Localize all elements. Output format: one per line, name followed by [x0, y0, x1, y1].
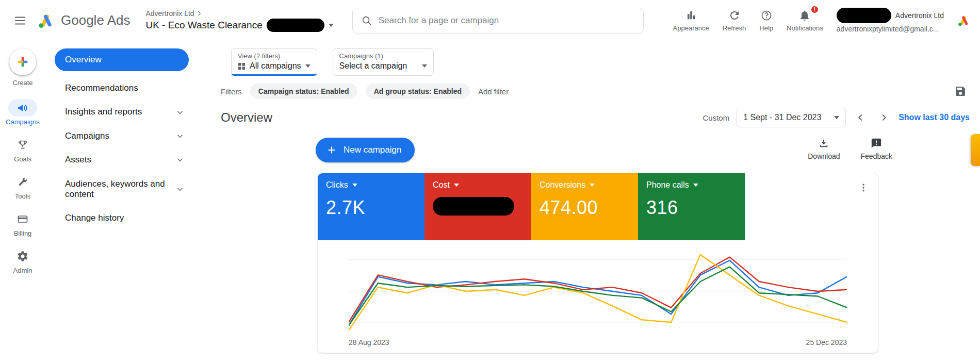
rail-admin-label: Admin [13, 267, 32, 274]
filter-chip-row: Filters Campaign status: Enabled Ad grou… [221, 82, 980, 101]
x-axis-start-label: 28 Aug 2023 [349, 338, 389, 346]
x-axis-labels: 28 Aug 2023 25 Dec 2023 [349, 335, 847, 353]
chevron-down-icon [422, 64, 427, 68]
chevron-right-icon [878, 112, 889, 123]
search-input[interactable] [379, 15, 635, 26]
scorecard-phone-calls[interactable]: Phone calls 316 [638, 173, 745, 240]
scorecard-cost[interactable]: Cost [424, 173, 531, 240]
scorecard-conversions-label: Conversions [540, 180, 585, 190]
kebab-menu-icon [858, 183, 869, 193]
scorecard-clicks-value: 2.7K [326, 197, 416, 219]
account-breadcrumb[interactable]: Advertronix Ltd UK - Eco Waste Clearance [145, 9, 333, 32]
page-title: Overview [221, 110, 272, 125]
wrench-icon [8, 173, 37, 191]
breadcrumb-account-name: Advertronix Ltd [145, 9, 194, 18]
chevron-down-icon [329, 24, 334, 27]
subnav-item-campaigns[interactable]: Campaigns [55, 124, 189, 148]
save-button[interactable] [951, 82, 970, 101]
create-label: Create [12, 79, 32, 87]
appearance-icon [685, 9, 697, 22]
subnav-audiences-label: Audiences, keywords and content [65, 179, 175, 200]
card-menu-button[interactable] [855, 179, 872, 196]
chevron-down-icon [834, 116, 839, 119]
subnav-item-overview[interactable]: Overview [55, 48, 189, 71]
filter-chip-ad-group-status[interactable]: Ad group status: Enabled [366, 84, 470, 99]
main-content: View (2 filters) All campaigns Campaigns… [198, 41, 980, 364]
refresh-label: Refresh [723, 24, 746, 32]
view-filter-label: View (2 filters) [238, 52, 311, 60]
chevron-down-icon [693, 184, 698, 187]
download-icon [818, 138, 829, 149]
date-range-controls: Custom 1 Sept - 31 Dec 2023 Show last 30… [703, 108, 970, 127]
new-campaign-button[interactable]: New campaign [316, 138, 415, 162]
feedback-button[interactable]: Feedback [861, 138, 892, 160]
subnav-item-recommendations[interactable]: Recommendations [55, 76, 189, 100]
scorecard-conversions[interactable]: Conversions 474.00 [531, 173, 638, 240]
campaign-select-value: Select a campaign [339, 61, 407, 71]
account-name: Advertronix Ltd [895, 11, 944, 20]
add-filter-button[interactable]: Add filter [478, 87, 509, 96]
subnav-insights-label: Insights and reports [65, 107, 142, 117]
bell-icon [798, 9, 811, 22]
campaign-select-dropdown[interactable]: Campaigns (1) Select a campaign [333, 48, 434, 76]
create-button[interactable]: Create [9, 48, 36, 87]
rail-item-campaigns[interactable]: Campaigns [6, 99, 40, 126]
filter-chip-campaign-status[interactable]: Campaign status: Enabled [250, 84, 357, 99]
menu-button[interactable] [10, 11, 30, 30]
save-icon [954, 85, 967, 97]
credit-card-icon [8, 210, 37, 228]
date-range-value: 1 Sept - 31 Dec 2023 [743, 113, 821, 122]
appearance-button[interactable]: Appearance [673, 9, 709, 32]
topbar-actions: Appearance Refresh Help ! Notifications … [673, 8, 971, 33]
help-button[interactable]: Help [759, 9, 773, 32]
redacted-account-avatar [837, 8, 891, 23]
rail-tools-label: Tools [15, 192, 30, 200]
breadcrumb-campaign-name: UK - Eco Waste Clearance [145, 20, 262, 31]
feedback-icon [871, 138, 882, 149]
performance-chart[interactable]: 28 Aug 2023 25 Dec 2023 [318, 240, 878, 353]
subnav-item-audiences-keywords-content[interactable]: Audiences, keywords and content [55, 172, 189, 207]
next-period-button[interactable] [876, 110, 891, 125]
appearance-label: Appearance [673, 24, 709, 32]
chevron-left-icon [855, 112, 867, 123]
rail-item-billing[interactable]: Billing [8, 210, 37, 237]
feedback-label: Feedback [861, 152, 892, 160]
chevron-down-icon [175, 108, 185, 117]
notifications-button[interactable]: ! Notifications [787, 9, 823, 32]
search-bar[interactable] [352, 8, 644, 34]
rail-campaigns-label: Campaigns [6, 118, 40, 126]
grid-icon [238, 62, 246, 70]
show-last-30-days-link[interactable]: Show last 30 days [899, 113, 970, 122]
scorecard-clicks[interactable]: Clicks 2.7K [318, 173, 424, 240]
date-range-dropdown[interactable]: 1 Sept - 31 Dec 2023 [737, 108, 846, 127]
subnav-item-assets[interactable]: Assets [55, 148, 189, 172]
page-header: Overview Custom 1 Sept - 31 Dec 2023 Sho… [221, 108, 980, 127]
help-label: Help [759, 24, 773, 32]
redacted-cost-value [433, 197, 514, 216]
subnav-item-insights-and-reports[interactable]: Insights and reports [55, 100, 189, 124]
scorecard-clicks-label: Clicks [326, 180, 348, 190]
download-button[interactable]: Download [808, 138, 840, 160]
overview-chart-card: Clicks 2.7K Cost Conversions [317, 173, 878, 353]
rail-item-admin[interactable]: Admin [8, 247, 37, 274]
chevron-down-icon [175, 185, 185, 194]
scorecard-phone-calls-value: 316 [646, 197, 737, 219]
redacted-campaign-text [267, 19, 324, 32]
rail-item-goals[interactable]: Goals [8, 136, 37, 163]
account-email: advertronixptylimited@gmail.c... [837, 25, 939, 33]
rail-item-tools[interactable]: Tools [8, 173, 37, 200]
account-info[interactable]: Advertronix Ltd advertronixptylimited@gm… [837, 8, 944, 33]
chevron-down-icon [454, 184, 459, 187]
top-bar: Google Ads Advertronix Ltd UK - Eco Wast… [0, 0, 980, 41]
refresh-button[interactable]: Refresh [723, 9, 746, 32]
view-filter-dropdown[interactable]: View (2 filters) All campaigns [231, 48, 317, 76]
edge-widget-tab[interactable] [971, 134, 980, 166]
rail-billing-label: Billing [14, 229, 32, 237]
filter-dropdowns: View (2 filters) All campaigns Campaigns… [231, 48, 980, 76]
scorecard-conversions-value: 474.00 [540, 197, 630, 219]
previous-period-button[interactable] [853, 110, 869, 125]
subnav-recommendations-label: Recommendations [65, 83, 138, 93]
subnav-item-change-history[interactable]: Change history [55, 206, 189, 230]
chevron-down-icon [352, 184, 357, 187]
google-ads-logo[interactable]: Google Ads [37, 12, 130, 29]
